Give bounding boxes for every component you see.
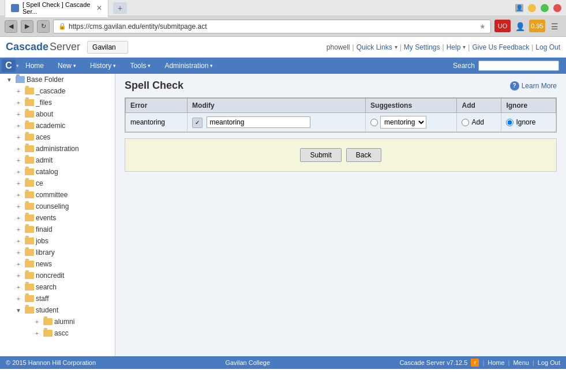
suggestions-select[interactable]: mentoring (380, 116, 426, 129)
my-settings-link[interactable]: My Settings (404, 43, 440, 51)
expand-aces[interactable]: + (14, 133, 23, 142)
col-error: Error (126, 99, 188, 113)
learn-more-link[interactable]: ? Learn More (510, 81, 557, 91)
minimize-btn[interactable] (528, 4, 536, 12)
tree-item-events[interactable]: + events (12, 212, 115, 224)
nav-administration-arrow: ▾ (210, 63, 213, 69)
modify-apply-btn[interactable]: ✓ (192, 118, 203, 128)
expand-counseling[interactable]: + (14, 202, 23, 211)
extension-icon-1[interactable]: UO (494, 20, 511, 32)
expand-ce[interactable]: + (14, 179, 23, 188)
new-tab-btn[interactable]: + (113, 2, 127, 14)
logout-link[interactable]: Log Out (535, 43, 560, 51)
tree-item-finaid[interactable]: + finaid (12, 224, 115, 235)
add-radio[interactable] (462, 119, 469, 126)
address-bar[interactable]: 🔒 https://cms.gavilan.edu/entity/submitp… (53, 20, 491, 33)
expand-root[interactable]: ▼ (5, 75, 14, 84)
search-input[interactable] (478, 61, 559, 71)
ignore-radio[interactable] (506, 119, 513, 126)
expand-jobs[interactable]: + (14, 236, 23, 246)
expand-finaid[interactable]: + (14, 225, 23, 234)
nav-administration[interactable]: Administration ▾ (158, 58, 220, 74)
spell-table-container: Error Modify Suggestions Add Ignore mean… (125, 97, 557, 133)
expand-admit[interactable]: + (14, 156, 23, 165)
tree-item-academic[interactable]: + academic (12, 120, 115, 131)
expand-ascc[interactable]: + (32, 329, 42, 338)
submit-btn[interactable]: Submit (300, 148, 341, 162)
label-library: library (36, 248, 55, 257)
expand-cascade[interactable]: + (14, 86, 23, 96)
label-jobs: jobs (36, 237, 48, 245)
tree-item-aces[interactable]: + aces (12, 131, 115, 143)
browser-tab[interactable]: [ Spell Check ] Cascade Ser... ✕ (5, 0, 108, 17)
tree-item-catalog[interactable]: + catalog (12, 166, 115, 178)
tree-item-committee[interactable]: + committee (12, 189, 115, 201)
extension-icon-3[interactable]: 0.95 (529, 20, 545, 32)
back-btn[interactable]: Back (346, 148, 381, 162)
expand-alumni[interactable]: + (32, 317, 42, 326)
reload-btn[interactable]: ↻ (37, 20, 50, 33)
footer-logout-link[interactable]: Log Out (538, 359, 560, 366)
tree-item-library[interactable]: + library (12, 247, 115, 258)
expand-academic[interactable]: + (14, 121, 23, 130)
expand-files[interactable]: + (14, 98, 23, 107)
tree-item-cascade[interactable]: + _cascade (12, 85, 115, 97)
label-student: student (36, 306, 58, 314)
expand-student[interactable]: ▼ (14, 306, 23, 315)
give-feedback-link[interactable]: Give Us Feedback (472, 43, 529, 51)
tree-item-ascc[interactable]: + ascc (30, 327, 115, 339)
forward-btn[interactable]: ▶ (21, 20, 33, 33)
nav-new[interactable]: New ▾ (51, 58, 83, 74)
footer-college: Gavilan College (225, 359, 270, 366)
suggestion-radio[interactable] (370, 119, 378, 126)
site-selector[interactable]: Gavilan (87, 41, 128, 54)
expand-committee[interactable]: + (14, 190, 23, 199)
help-link[interactable]: Help (447, 43, 461, 51)
folder-icon-student (25, 307, 34, 314)
tab-close-btn[interactable]: ✕ (96, 4, 102, 12)
ignore-label: Ignore (516, 118, 535, 126)
submit-area: Submit Back (125, 138, 557, 172)
expand-news[interactable]: + (14, 259, 23, 269)
extension-icon-2[interactable]: 👤 (513, 20, 527, 33)
expand-library[interactable]: + (14, 248, 23, 257)
tree-item-counseling[interactable]: + counseling (12, 201, 115, 212)
close-btn[interactable] (553, 4, 561, 12)
tree-item-noncredit[interactable]: + noncredit (12, 270, 115, 281)
expand-about[interactable]: + (14, 110, 23, 119)
rss-icon[interactable]: r (471, 359, 479, 367)
tree-item-files[interactable]: + _files (12, 97, 115, 108)
star-icon[interactable]: ★ (479, 22, 486, 31)
tree-item-jobs[interactable]: + jobs (12, 235, 115, 247)
expand-catalog[interactable]: + (14, 167, 23, 176)
menu-btn[interactable]: ☰ (548, 20, 561, 33)
nav-tools-arrow: ▾ (148, 63, 151, 69)
nav-home[interactable]: Home (18, 58, 51, 74)
modify-input[interactable] (207, 116, 310, 128)
nav-tools[interactable]: Tools ▾ (123, 58, 158, 74)
tree-item-student[interactable]: ▼ student (12, 304, 115, 316)
quick-links-btn[interactable]: Quick Links (357, 43, 392, 51)
toolbar-icons: UO 👤 0.95 ☰ (494, 20, 561, 33)
footer-menu-link[interactable]: Menu (513, 359, 529, 366)
tree-item-staff[interactable]: + staff (12, 293, 115, 304)
tree-item-search[interactable]: + search (12, 281, 115, 293)
tree-item-about[interactable]: + about (12, 108, 115, 120)
avatar-btn[interactable]: 👤 (515, 4, 523, 12)
tree-item-alumni[interactable]: + alumni (30, 316, 115, 327)
tree-root-item[interactable]: ▼ Base Folder (2, 74, 115, 85)
expand-noncredit[interactable]: + (14, 271, 23, 280)
nav-history[interactable]: History ▾ (83, 58, 123, 74)
expand-search[interactable]: + (14, 282, 23, 292)
tree-item-ce[interactable]: + ce (12, 178, 115, 189)
expand-administration[interactable]: + (14, 144, 23, 153)
tree-item-news[interactable]: + news (12, 258, 115, 270)
tree-item-administration[interactable]: + administration (12, 143, 115, 154)
tree-item-admit[interactable]: + admit (12, 154, 115, 166)
back-btn[interactable]: ◀ (5, 20, 17, 33)
col-add: Add (457, 99, 501, 113)
maximize-btn[interactable] (541, 4, 549, 12)
expand-staff[interactable]: + (14, 294, 23, 303)
footer-home-link[interactable]: Home (488, 359, 504, 366)
expand-events[interactable]: + (14, 213, 23, 223)
